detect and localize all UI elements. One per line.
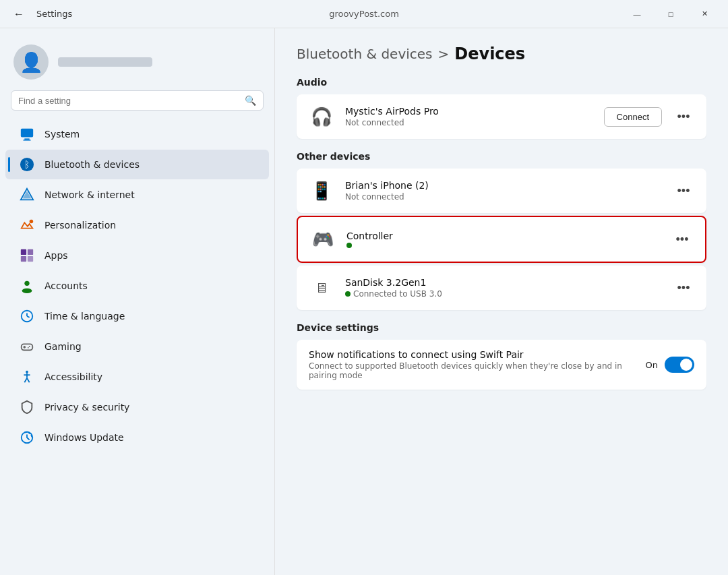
svg-text:ᛒ: ᛒ bbox=[24, 160, 30, 170]
maximize-button[interactable]: □ bbox=[655, 3, 686, 25]
sidebar: 👤 🔍 System bbox=[0, 28, 275, 575]
connect-button[interactable]: Connect bbox=[604, 107, 662, 127]
controller-info: Controller bbox=[346, 231, 661, 248]
sidebar-item-label: System bbox=[44, 129, 80, 140]
other-devices-section: Other devices 📱 Brian's iPhone (2) Not c… bbox=[297, 151, 706, 310]
connected-dot bbox=[346, 243, 352, 248]
sandisk-status: Connected to USB 3.0 bbox=[345, 289, 662, 299]
iphone-icon-wrap: 📱 bbox=[309, 178, 334, 204]
svg-line-26 bbox=[27, 378, 30, 382]
nav-list: System ᛒ Bluetooth & devices bbox=[0, 119, 274, 453]
svg-point-12 bbox=[24, 281, 29, 286]
controller-card: 🎮 Controller ••• bbox=[297, 216, 706, 263]
svg-rect-9 bbox=[28, 249, 33, 255]
back-button[interactable]: ← bbox=[8, 5, 30, 23]
svg-rect-1 bbox=[24, 138, 29, 140]
close-button[interactable]: ✕ bbox=[689, 3, 720, 25]
breadcrumb-current: Devices bbox=[454, 44, 525, 63]
airpods-icon-wrap: 🎧 bbox=[309, 104, 334, 129]
sandisk-connected-dot bbox=[345, 291, 351, 297]
sidebar-item-label: Accounts bbox=[44, 280, 88, 291]
user-icon: 👤 bbox=[20, 51, 43, 73]
iphone-name: Brian's iPhone (2) bbox=[345, 180, 662, 191]
search-input[interactable] bbox=[18, 96, 245, 106]
avatar: 👤 bbox=[13, 44, 49, 80]
sandisk-card: 🖥 SanDisk 3.2Gen1 Connected to USB 3.0 •… bbox=[297, 266, 706, 310]
sidebar-item-accounts[interactable]: Accounts bbox=[5, 271, 269, 301]
titlebar-url: groovyPost.com bbox=[329, 9, 399, 19]
sandisk-icon-wrap: 🖥 bbox=[309, 275, 334, 301]
system-icon bbox=[19, 126, 35, 142]
sidebar-item-label: Apps bbox=[44, 250, 68, 261]
search-icon: 🔍 bbox=[245, 95, 256, 106]
controller-name: Controller bbox=[346, 231, 661, 241]
update-icon bbox=[19, 429, 35, 446]
iphone-status: Not connected bbox=[345, 192, 662, 202]
username-display bbox=[58, 57, 152, 67]
gaming-icon bbox=[19, 338, 35, 355]
sidebar-item-label: Bluetooth & devices bbox=[44, 159, 140, 170]
user-section: 👤 bbox=[0, 39, 274, 90]
svg-rect-0 bbox=[21, 129, 33, 138]
swift-pair-description: Connect to supported Bluetooth devices q… bbox=[309, 361, 632, 380]
accessibility-icon bbox=[19, 369, 35, 385]
apps-icon bbox=[19, 247, 35, 264]
main-content: Bluetooth & devices > Devices Audio 🎧 My… bbox=[275, 28, 728, 575]
sidebar-item-personalization[interactable]: Personalization bbox=[5, 210, 269, 240]
swift-pair-toggle-area: On bbox=[646, 357, 694, 373]
sidebar-item-privacy[interactable]: Privacy & security bbox=[5, 392, 269, 422]
controller-icon: 🎮 bbox=[312, 229, 334, 249]
svg-rect-8 bbox=[21, 249, 26, 255]
sidebar-item-label: Privacy & security bbox=[44, 402, 129, 413]
svg-rect-11 bbox=[28, 256, 33, 262]
iphone-more-button[interactable]: ••• bbox=[673, 180, 694, 202]
controller-status bbox=[346, 243, 661, 248]
sandisk-info: SanDisk 3.2Gen1 Connected to USB 3.0 bbox=[345, 277, 662, 299]
time-icon bbox=[19, 308, 35, 324]
airpods-name: Mystic's AirPods Pro bbox=[345, 106, 593, 117]
sidebar-item-label: Personalization bbox=[44, 220, 116, 231]
airpods-status: Not connected bbox=[345, 118, 593, 127]
network-icon bbox=[19, 187, 35, 203]
sidebar-item-bluetooth[interactable]: ᛒ Bluetooth & devices bbox=[5, 150, 269, 179]
sidebar-item-label: Accessibility bbox=[44, 371, 102, 382]
bluetooth-icon: ᛒ bbox=[19, 156, 35, 173]
privacy-icon bbox=[19, 399, 35, 415]
svg-point-7 bbox=[30, 220, 33, 224]
svg-line-25 bbox=[24, 378, 27, 382]
svg-rect-2 bbox=[24, 140, 31, 140]
breadcrumb-separator: > bbox=[438, 46, 450, 62]
sidebar-item-update[interactable]: Windows Update bbox=[5, 423, 269, 452]
airpods-card: 🎧 Mystic's AirPods Pro Not connected Con… bbox=[297, 94, 706, 139]
headphones-icon: 🎧 bbox=[311, 107, 332, 127]
svg-line-16 bbox=[27, 316, 30, 317]
sidebar-item-label: Network & internet bbox=[44, 189, 135, 200]
accounts-icon bbox=[19, 278, 35, 294]
svg-rect-10 bbox=[21, 256, 26, 262]
titlebar-controls: — □ ✕ bbox=[621, 3, 720, 25]
usb-icon: 🖥 bbox=[315, 280, 328, 296]
swift-pair-toggle[interactable] bbox=[665, 357, 694, 373]
controller-icon-wrap: 🎮 bbox=[310, 226, 336, 252]
search-box[interactable]: 🔍 bbox=[11, 90, 264, 111]
sidebar-item-apps[interactable]: Apps bbox=[5, 241, 269, 270]
titlebar: ← Settings groovyPost.com — □ ✕ bbox=[0, 0, 728, 28]
svg-point-22 bbox=[26, 371, 28, 373]
toggle-knob bbox=[680, 359, 692, 371]
iphone-info: Brian's iPhone (2) Not connected bbox=[345, 180, 662, 202]
sidebar-item-system[interactable]: System bbox=[5, 119, 269, 149]
titlebar-left: ← Settings bbox=[8, 5, 72, 23]
sidebar-item-network[interactable]: Network & internet bbox=[5, 180, 269, 210]
device-settings-section: Device settings Show notifications to co… bbox=[297, 322, 706, 390]
breadcrumb: Bluetooth & devices > Devices bbox=[297, 44, 706, 63]
phone-icon: 📱 bbox=[311, 181, 332, 201]
sidebar-item-time[interactable]: Time & language bbox=[5, 301, 269, 331]
breadcrumb-parent[interactable]: Bluetooth & devices bbox=[297, 46, 433, 62]
controller-more-button[interactable]: ••• bbox=[671, 229, 693, 250]
sidebar-item-accessibility[interactable]: Accessibility bbox=[5, 362, 269, 392]
sandisk-more-button[interactable]: ••• bbox=[673, 277, 694, 299]
airpods-more-button[interactable]: ••• bbox=[673, 106, 694, 127]
minimize-button[interactable]: — bbox=[621, 3, 653, 25]
sidebar-item-gaming[interactable]: Gaming bbox=[5, 332, 269, 361]
sidebar-item-label: Windows Update bbox=[44, 432, 124, 443]
